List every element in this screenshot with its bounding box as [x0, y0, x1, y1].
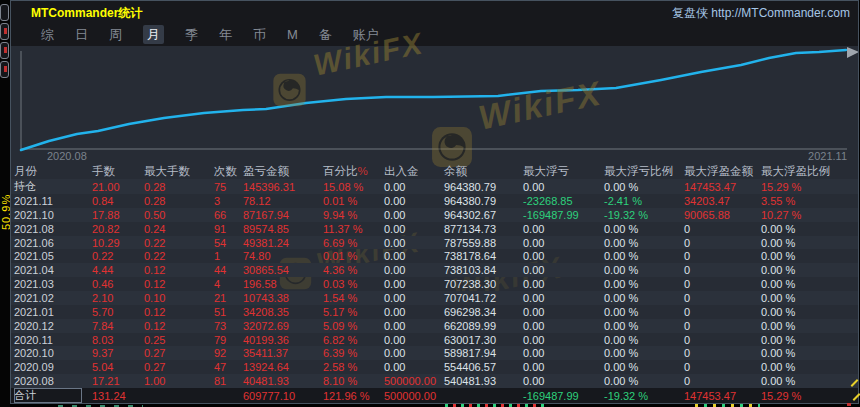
table-cell: 0.00 %	[604, 334, 684, 346]
month-cell: 2021.04	[14, 264, 92, 276]
table-cell: 0.12	[144, 264, 214, 276]
title-bar: MTCommander统计 复盘侠 http://MTCommander.com	[11, 1, 858, 23]
table-cell: 8.03	[92, 334, 144, 346]
table-cell: 147453.47	[684, 181, 761, 193]
table-cell: 0.00	[523, 181, 604, 193]
menu-item-4[interactable]: 季	[185, 26, 198, 43]
table-row[interactable]: 2021.1017.880.506687167.949.94 %0.009643…	[11, 208, 858, 222]
table-cell: 0.00	[384, 361, 444, 373]
table-cell: 787559.88	[444, 237, 523, 249]
table-cell: 0.27	[144, 347, 214, 359]
table-row[interactable]: 2021.030.460.124196.580.03 %0.00707238.3…	[11, 277, 858, 291]
menu-item-0[interactable]: 综	[41, 26, 54, 43]
table-cell: 47	[214, 361, 243, 373]
table-row[interactable]: 2021.050.220.22174.800.01 %0.00738178.64…	[11, 249, 858, 263]
table-row[interactable]: 2020.095.040.274713924.642.58 %0.0055440…	[11, 360, 858, 374]
menu-item-2[interactable]: 周	[109, 26, 122, 43]
table-cell: 147453.47	[684, 390, 761, 402]
table-row[interactable]: 2021.015.700.125134208.355.17 %0.0069629…	[11, 305, 858, 319]
table-cell: 9.37	[92, 347, 144, 359]
table-cell: 0	[684, 278, 761, 290]
table-cell: 554406.57	[444, 361, 523, 373]
table-cell: 0	[684, 375, 761, 387]
table-cell: 6.82 %	[323, 334, 384, 346]
menu-item-5[interactable]: 年	[219, 26, 232, 43]
sliver-button-3[interactable]	[0, 42, 9, 59]
table-cell: 0.00	[523, 278, 604, 290]
screen: { "window": { "title": "MTCommander统计", …	[0, 0, 860, 407]
table-cell: 131.24	[92, 390, 144, 402]
table-cell: 75	[214, 181, 243, 193]
table-cell: 121.96 %	[323, 390, 384, 402]
table-cell: 0.01 %	[323, 250, 384, 262]
table-cell: 44	[214, 264, 243, 276]
table-cell: 738103.84	[444, 264, 523, 276]
table-cell: 0.25	[144, 334, 214, 346]
table-cell: 0.24	[144, 223, 214, 235]
period-menu-bar: 综日周月季年币M备账户	[11, 23, 858, 46]
month-cell: 2020.12	[14, 320, 92, 332]
table-cell: -23268.85	[523, 195, 604, 207]
table-row[interactable]: 2021.022.100.102110743.381.54 %0.0070704…	[11, 291, 858, 305]
table-row[interactable]: 2020.118.030.257940199.366.82 %0.0063001…	[11, 333, 858, 347]
table-total-row[interactable]: 合计131.24609777.10121.96 %500000.00-16948…	[11, 388, 858, 403]
month-cell: 2021.11	[14, 195, 92, 207]
menu-item-1[interactable]: 日	[75, 26, 88, 43]
column-header: 余额	[444, 164, 523, 179]
sliver-button-1[interactable]	[0, 4, 9, 21]
sliver-button-2[interactable]	[0, 23, 9, 40]
x-axis-start-label: 2020.08	[47, 150, 87, 162]
menu-item-3[interactable]: 月	[143, 25, 164, 44]
table-cell: 15.29 %	[761, 181, 858, 193]
month-cell: 合计	[14, 388, 82, 403]
brand-link[interactable]: 复盘侠 http://MTCommander.com	[672, 5, 850, 22]
table-cell: 500000.00	[384, 390, 444, 402]
month-cell: 2020.11	[14, 334, 92, 346]
table-cell: 1.00	[144, 375, 214, 387]
menu-item-8[interactable]: 备	[319, 26, 332, 43]
table-cell: 10.27 %	[761, 209, 858, 221]
table-cell: 0.00	[384, 320, 444, 332]
x-axis-end-label: 2021.11	[808, 150, 847, 162]
table-cell: 34203.47	[684, 195, 761, 207]
table-row[interactable]: 2020.127.840.127332072.695.09 %0.0066208…	[11, 319, 858, 333]
table-cell: 630017.30	[444, 334, 523, 346]
table-cell: 0.00 %	[604, 223, 684, 235]
table-row[interactable]: 2021.044.440.124430865.544.36 %0.0073810…	[11, 263, 858, 277]
table-cell: -169487.99	[523, 390, 604, 402]
table-row[interactable]: 2021.110.840.28378.120.01 %0.00964380.79…	[11, 194, 858, 208]
table-cell: 32072.69	[243, 320, 323, 332]
table-cell: 0.12	[144, 278, 214, 290]
table-cell: 0	[684, 264, 761, 276]
table-cell: 0.00 %	[604, 375, 684, 387]
table-row[interactable]: 2020.0817.211.008140481.938.10 %500000.0…	[11, 374, 858, 388]
column-header: 最大浮盈比例	[761, 164, 858, 179]
table-cell: 964302.67	[444, 209, 523, 221]
column-header: 最大浮亏比例	[604, 164, 684, 179]
table-cell: 54	[214, 237, 243, 249]
menu-item-6[interactable]: 币	[253, 26, 266, 43]
table-cell: 0.00 %	[761, 375, 858, 387]
table-cell: 89574.85	[243, 223, 323, 235]
table-cell: 34208.35	[243, 306, 323, 318]
table-cell: 7.84	[92, 320, 144, 332]
table-cell: 0.00	[523, 264, 604, 276]
table-cell: 4	[214, 278, 243, 290]
table-cell: 0.00	[523, 250, 604, 262]
table-row[interactable]: 2021.0610.290.225449381.246.69 %0.007875…	[11, 236, 858, 250]
sliver-button-4[interactable]	[0, 61, 9, 78]
table-cell: 0.00	[523, 361, 604, 373]
table-row[interactable]: 持仓21.000.2875145396.3115.08 %0.00964380.…	[11, 179, 858, 194]
table-cell: 0.00 %	[761, 347, 858, 359]
menu-item-9[interactable]: 账户	[353, 26, 379, 43]
table-cell: 87167.94	[243, 209, 323, 221]
table-row[interactable]: 2021.0820.820.249189574.8511.37 %0.00877…	[11, 222, 858, 236]
table-cell: 66	[214, 209, 243, 221]
table-cell: 0.00 %	[761, 250, 858, 262]
table-cell: 49381.24	[243, 237, 323, 249]
column-header: 手数	[92, 164, 144, 179]
table-cell: 0.00	[384, 250, 444, 262]
menu-item-7[interactable]: M	[287, 26, 298, 43]
table-row[interactable]: 2020.109.370.279235411.376.39 %0.0058981…	[11, 346, 858, 360]
table-cell: 92	[214, 347, 243, 359]
